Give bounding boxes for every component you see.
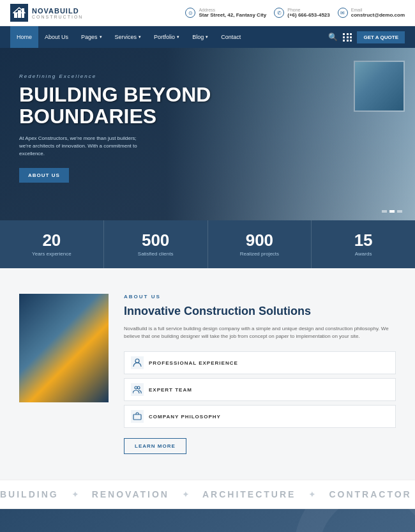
hero-title: BUILDING BEYOND BOUNDARIES [19, 84, 396, 127]
about-feature-2: EXPERT TEAM [124, 378, 396, 401]
hero-section: Redefining Excellence BUILDING BEYOND BO… [0, 48, 415, 220]
logo-text: NOVABUILD CONSTRUCTION [32, 7, 83, 19]
about-description: NovaBuild is a full service building des… [124, 325, 396, 342]
nav-blog[interactable]: Blog▾ [186, 26, 215, 48]
hero-dot-3[interactable] [397, 210, 402, 213]
stat-clients: 500 Satisfied clients [104, 220, 208, 268]
hero-dots [382, 210, 402, 213]
logo[interactable]: NOVABUILD CONSTRUCTION [10, 4, 83, 22]
hero-subtitle: Redefining Excellence [19, 73, 396, 79]
nav: Home About Us Pages▾ Services▾ Portfolio… [0, 26, 415, 48]
svg-rect-1 [18, 10, 21, 18]
about-feature-1: PROFESSIONAL EXPERIENCE [124, 351, 396, 374]
address-icon: ⊙ [185, 8, 195, 18]
svg-rect-7 [133, 414, 141, 420]
nav-contact[interactable]: Contact [215, 26, 247, 48]
svg-rect-0 [14, 13, 17, 18]
svg-point-6 [137, 386, 140, 389]
top-contacts: ⊙ Address Star Street, 42, Fantasy City … [185, 8, 405, 18]
hero-dot-1[interactable] [382, 210, 387, 213]
hero-cta-button[interactable]: ABOUT US [19, 168, 69, 183]
contact-address: ⊙ Address Star Street, 42, Fantasy City [185, 8, 266, 18]
about-photo [19, 294, 109, 402]
stat-projects: 900 Realized projects [208, 220, 312, 268]
team-icon [131, 383, 144, 396]
about-section: ABOUT US Innovative Construction Solutio… [0, 268, 415, 480]
hero-dot-2[interactable] [389, 210, 395, 213]
search-icon[interactable]: 🔍 [328, 33, 338, 42]
email-icon: ✉ [338, 8, 348, 18]
nav-services[interactable]: Services▾ [109, 26, 148, 48]
ticker-bar: BUILDING ✦ RENOVATION ✦ ARCHITECTURE ✦ C… [0, 480, 415, 509]
professional-icon [131, 356, 144, 369]
stat-awards: 15 Awards [312, 220, 415, 268]
hero-content: Redefining Excellence BUILDING BEYOND BO… [0, 48, 415, 195]
about-title: Innovative Construction Solutions [124, 305, 396, 319]
top-bar: NOVABUILD CONSTRUCTION ⊙ Address Star St… [0, 0, 415, 26]
nav-portfolio[interactable]: Portfolio▾ [147, 26, 186, 48]
contact-email: ✉ Email construct@demo.com [338, 8, 405, 18]
logo-icon [10, 4, 28, 22]
ticker-content: BUILDING ✦ RENOVATION ✦ ARCHITECTURE ✦ C… [0, 489, 415, 499]
about-image [19, 294, 109, 454]
nav-about[interactable]: About Us [38, 26, 75, 48]
quote-button[interactable]: GET A QUOTE [357, 31, 405, 43]
about-content: ABOUT US Innovative Construction Solutio… [124, 294, 396, 454]
nav-items: Home About Us Pages▾ Services▾ Portfolio… [10, 26, 328, 48]
why-bg-circle [294, 509, 415, 532]
grid-icon[interactable] [343, 33, 352, 42]
nav-pages[interactable]: Pages▾ [75, 26, 109, 48]
learn-more-button[interactable]: LEARN MORE [124, 438, 186, 454]
hero-description: At Apex Constructors, we're more than ju… [19, 135, 147, 158]
about-feature-3: COMPANY PHILOSOPHY [124, 405, 396, 428]
svg-point-5 [135, 386, 137, 389]
stats-bar: 20 Years experience 500 Satisfied client… [0, 220, 415, 268]
why-section: WHY CHOOSE US? Excellence, Integrity, an… [0, 509, 415, 532]
about-tag: ABOUT US [124, 294, 396, 300]
contact-phone: ✆ Phone (+6) 666-653-4523 [274, 8, 330, 18]
nav-home[interactable]: Home [10, 26, 38, 48]
svg-point-4 [135, 359, 139, 363]
philosophy-icon [131, 410, 144, 423]
nav-right: 🔍 GET A QUOTE [328, 31, 405, 43]
phone-icon: ✆ [274, 8, 284, 18]
stat-years: 20 Years experience [0, 220, 104, 268]
